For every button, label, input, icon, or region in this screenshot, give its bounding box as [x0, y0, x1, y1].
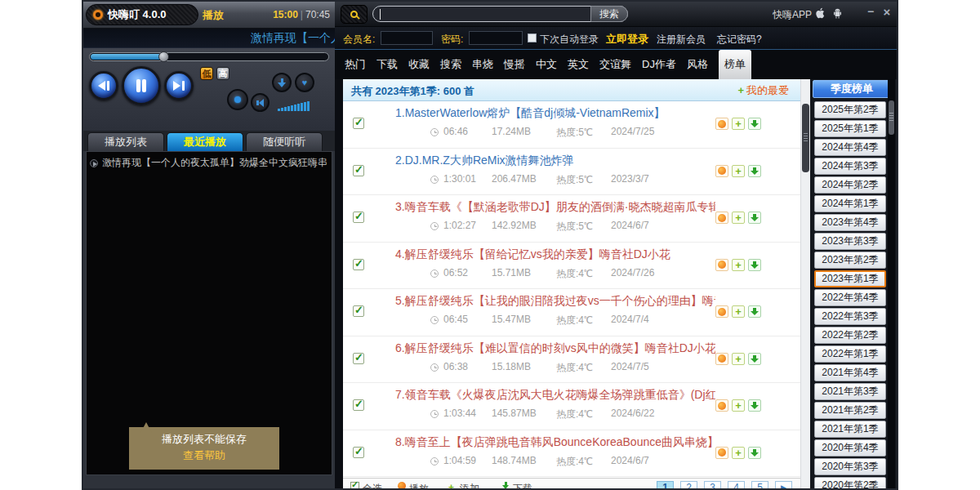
- add-icon[interactable]: +: [732, 165, 745, 177]
- apple-icon[interactable]: [814, 7, 826, 20]
- seek-bar[interactable]: [89, 52, 329, 61]
- song-title-link[interactable]: 6.解压舒缓纯乐【难以置信的时刻vs风中的微笑】嗨音社DJ小花: [395, 341, 715, 356]
- song-checkbox[interactable]: ✓: [353, 353, 364, 364]
- search-button[interactable]: 搜索: [590, 6, 628, 22]
- player-tab-最近播放[interactable]: 最近播放: [167, 132, 243, 151]
- page-button-4[interactable]: 4: [728, 481, 745, 488]
- quality-low-button[interactable]: 低: [200, 67, 213, 80]
- scrollbar-thumb[interactable]: [802, 104, 809, 172]
- page-button-3[interactable]: 3: [704, 481, 721, 488]
- nav-tab-下载[interactable]: 下载: [376, 50, 398, 79]
- nav-tab-DJ作者[interactable]: DJ作者: [642, 50, 676, 79]
- audition-icon[interactable]: [715, 353, 728, 365]
- song-checkbox[interactable]: ✓: [353, 259, 364, 270]
- download-icon[interactable]: [748, 305, 761, 318]
- next-button[interactable]: [164, 71, 194, 100]
- player-tab-播放列表[interactable]: 播放列表: [87, 132, 164, 151]
- nav-tab-串烧[interactable]: 串烧: [472, 50, 493, 79]
- song-title-link[interactable]: 3.嗨音车载《【默涵老歌带DJ】朋友的酒倒满·晓杰晓超南瓜专辑: [395, 200, 715, 215]
- mute-button[interactable]: [251, 93, 270, 112]
- page-button-5[interactable]: 5: [751, 481, 768, 488]
- favorite-button[interactable]: ♥: [295, 73, 314, 92]
- quarter-item-2021年第3季[interactable]: 2021年第3季: [814, 383, 886, 400]
- quarter-item-2020年第2季[interactable]: 2020年第2季: [814, 477, 886, 488]
- volume-bars[interactable]: [278, 100, 310, 111]
- register-link[interactable]: 注册新会员: [657, 33, 706, 47]
- footer-add-button[interactable]: 添加: [460, 482, 479, 488]
- nav-tab-交谊舞[interactable]: 交谊舞: [599, 50, 631, 79]
- password-field[interactable]: [469, 31, 523, 45]
- song-checkbox[interactable]: ✓: [353, 305, 364, 317]
- page-button-2[interactable]: 2: [680, 481, 697, 488]
- record-button[interactable]: [227, 89, 248, 110]
- audition-icon[interactable]: [715, 259, 728, 271]
- download-icon[interactable]: [748, 259, 761, 271]
- next-page-button[interactable]: ▶: [775, 481, 792, 488]
- download-icon[interactable]: [748, 212, 761, 224]
- song-title-link[interactable]: 1.MasterWaterlow熔炉【酷音dj倾城-VietnamRemix】: [395, 106, 666, 121]
- song-checkbox[interactable]: ✓: [353, 212, 364, 223]
- quarter-item-2024年第1季[interactable]: 2024年第1季: [814, 195, 886, 212]
- add-icon[interactable]: +: [732, 353, 745, 365]
- minimize-button[interactable]: −: [864, 5, 877, 18]
- quarter-item-2021年第1季[interactable]: 2021年第1季: [814, 421, 886, 438]
- page-button-1[interactable]: 1: [657, 481, 674, 488]
- playlist-item[interactable]: 激情再现【一个人的夜太孤单】劲爆全中文疯狂嗨串: [87, 152, 332, 174]
- add-icon[interactable]: +: [732, 259, 745, 271]
- sidebar-scrollbar-thumb[interactable]: [889, 100, 894, 135]
- nav-tab-英文[interactable]: 英文: [568, 50, 589, 79]
- download-icon[interactable]: [748, 118, 761, 130]
- audition-icon[interactable]: [715, 399, 728, 412]
- sidebar-scrollbar[interactable]: [888, 79, 895, 488]
- my-favorites-button[interactable]: +我的最爱: [737, 83, 789, 98]
- audition-icon[interactable]: [715, 165, 728, 177]
- footer-play-button[interactable]: 播放: [409, 482, 429, 488]
- song-checkbox[interactable]: ✓: [353, 399, 364, 411]
- player-tab-随便听听[interactable]: 随便听听: [246, 132, 323, 151]
- android-icon[interactable]: [831, 7, 844, 20]
- song-title-link[interactable]: 8.嗨音至上【夜店弹跳电音韩风BounceKoreaBounce曲风串烧】: [395, 435, 715, 450]
- quarter-item-2020年第4季[interactable]: 2020年第4季: [814, 439, 886, 457]
- search-mode-button[interactable]: [341, 5, 368, 24]
- select-all-label[interactable]: 全选: [363, 482, 382, 488]
- song-title-link[interactable]: 7.领音车载《火爆夜店沈风大电火花嗨爆全场弹跳重低音》(Dj红: [395, 388, 715, 403]
- audition-icon[interactable]: [715, 212, 728, 224]
- add-icon[interactable]: +: [732, 447, 745, 459]
- seek-handle[interactable]: [158, 51, 169, 62]
- forgot-password-link[interactable]: 忘记密码?: [717, 33, 762, 47]
- nav-tab-热门[interactable]: 热门: [345, 50, 366, 79]
- quarter-item-2025年第1季[interactable]: 2025年第1季: [814, 120, 886, 137]
- username-field[interactable]: [381, 31, 433, 45]
- song-title-link[interactable]: 5.解压舒缓纯乐【让我的眼泪陪我过夜vs一千个伤心的理由】嗨音: [395, 294, 715, 309]
- close-button[interactable]: ×: [880, 5, 893, 19]
- nav-tab-中文[interactable]: 中文: [536, 50, 557, 79]
- nav-tab-收藏[interactable]: 收藏: [408, 50, 430, 79]
- song-list-scrollbar[interactable]: [800, 79, 810, 488]
- login-button[interactable]: 立即登录: [606, 32, 648, 47]
- song-title-link[interactable]: 2.DJ.MR.Z大帅ReMix激情舞池炸弹: [395, 154, 574, 168]
- quarter-item-2023年第3季[interactable]: 2023年第3季: [814, 233, 886, 250]
- pause-button[interactable]: [122, 66, 161, 105]
- nav-tab-搜索[interactable]: 搜索: [440, 50, 461, 79]
- audition-icon[interactable]: [715, 118, 728, 130]
- quarter-item-2022年第2季[interactable]: 2022年第2季: [814, 327, 886, 344]
- search-input[interactable]: [381, 7, 584, 20]
- auto-login-checkbox[interactable]: [528, 33, 537, 42]
- download-icon[interactable]: [748, 165, 761, 177]
- quarter-item-2024年第2季[interactable]: 2024年第2季: [814, 176, 886, 194]
- nav-tab-风格[interactable]: 风格: [687, 50, 708, 79]
- nav-tab-榜单[interactable]: 榜单: [719, 50, 751, 79]
- quarter-item-2023年第1季[interactable]: 2023年第1季: [814, 270, 886, 287]
- song-checkbox[interactable]: ✓: [353, 165, 364, 176]
- quarter-item-2020年第3季[interactable]: 2020年第3季: [814, 458, 886, 475]
- download-icon[interactable]: [748, 447, 761, 459]
- quarter-item-2022年第1季[interactable]: 2022年第1季: [814, 345, 886, 363]
- quarter-item-2022年第3季[interactable]: 2022年第3季: [814, 308, 886, 325]
- song-checkbox[interactable]: ✓: [353, 447, 364, 458]
- quality-high-button[interactable]: 高: [216, 67, 229, 80]
- tooltip-help-link[interactable]: 查看帮助: [129, 448, 279, 464]
- add-icon[interactable]: +: [732, 212, 745, 224]
- download-current-button[interactable]: [272, 73, 292, 92]
- previous-button[interactable]: [89, 71, 118, 100]
- audition-icon[interactable]: [715, 305, 728, 318]
